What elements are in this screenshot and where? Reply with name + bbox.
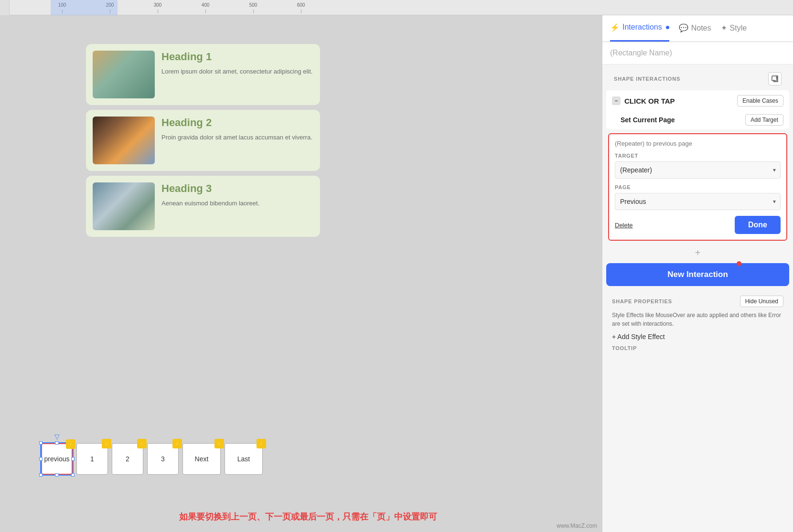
click-header-right: Enable Cases <box>737 95 783 106</box>
handle-tc[interactable] <box>55 441 59 445</box>
new-interaction-label: New Interaction <box>667 270 728 279</box>
handle-ml[interactable] <box>39 458 43 461</box>
export-button[interactable] <box>768 72 782 85</box>
page-btn-last-label: Last <box>237 455 250 463</box>
card-3[interactable]: Heading 3 Aenean euismod bibendum laoree… <box>86 176 320 237</box>
click-header: − CLICK OR TAP Enable Cases <box>606 90 789 111</box>
page-btn-3-label: 3 <box>161 455 165 463</box>
card-1[interactable]: Heading 1 Lorem ipsum dolor sit amet, co… <box>86 44 320 105</box>
right-panel: ⚡ Interactions 💬 Notes ✦ Style (Rectangl… <box>602 15 793 532</box>
card-text-1: Lorem ipsum dolor sit amet, consectetur … <box>161 67 312 76</box>
interaction-detail: (Repeater) to previous page TARGET (Repe… <box>608 133 787 241</box>
lightning-badge-3: ⚡ <box>172 439 182 448</box>
lightning-badge-last: ⚡ <box>257 439 266 448</box>
interactions-icon: ⚡ <box>610 23 620 32</box>
interaction-panel[interactable]: SHAPE INTERACTIONS − CLICK OR TAP <box>602 64 793 532</box>
page-btn-last[interactable]: ⚡ Last <box>225 443 263 475</box>
cards-container: Heading 1 Lorem ipsum dolor sit amet, co… <box>86 44 320 237</box>
page-btn-next[interactable]: ⚡ Next <box>182 443 221 475</box>
ruler-highlight <box>51 0 118 15</box>
set-current-page-row: Set Current Page Add Target <box>606 111 789 129</box>
card-heading-3: Heading 3 <box>161 182 259 195</box>
tab-notes[interactable]: 💬 Notes <box>679 15 711 42</box>
page-select-wrapper: Previous Next Last First ▾ <box>615 193 781 210</box>
page-btn-1-label: 1 <box>90 455 94 463</box>
watermark: www.MacZ.com <box>557 522 597 529</box>
handle-mr[interactable] <box>71 458 75 461</box>
page-btn-2[interactable]: ⚡ 2 <box>112 443 143 475</box>
caption: 如果要切换到上一页、下一页或最后一页，只需在「页」中设置即可 <box>24 511 592 522</box>
card-content-2: Heading 2 Proin gravida dolor sit amet l… <box>161 117 312 142</box>
shape-props-header: SHAPE PROPERTIES Hide Unused <box>612 296 783 307</box>
selection-arrow: ▽ <box>54 433 60 440</box>
page-btn-previous-label: previous <box>44 455 70 463</box>
set-current-page-label: Set Current Page <box>621 116 675 124</box>
interactions-dot <box>666 26 669 29</box>
ruler-tick-300: 300 <box>134 2 182 13</box>
lightning-badge-1: ⚡ <box>102 439 111 448</box>
rect-name: (Rectangle Name) <box>602 42 793 64</box>
card-text-2: Proin gravida dolor sit amet lacus accum… <box>161 133 312 142</box>
card-2[interactable]: Heading 2 Proin gravida dolor sit amet l… <box>86 110 320 171</box>
style-icon: ✦ <box>721 23 727 32</box>
card-content-3: Heading 3 Aenean euismod bibendum laoree… <box>161 182 259 208</box>
lightning-badge-2: ⚡ <box>137 439 147 448</box>
shape-properties: SHAPE PROPERTIES Hide Unused Style Effec… <box>606 292 789 355</box>
ruler-track: 100 200 300 400 500 600 <box>10 0 793 15</box>
interaction-summary: (Repeater) to previous page <box>615 140 781 147</box>
handle-bc[interactable] <box>55 473 59 477</box>
ruler-tick-400: 400 <box>182 2 229 13</box>
page-label: PAGE <box>615 184 781 190</box>
shape-interactions-header: SHAPE INTERACTIONS <box>606 67 789 90</box>
page-btn-previous[interactable]: ▽ ⚡ previous <box>41 443 73 475</box>
add-target-button[interactable]: Add Target <box>745 114 783 126</box>
tab-style-label: Style <box>730 24 747 32</box>
notes-icon: 💬 <box>679 23 688 32</box>
lightning-badge-next: ⚡ <box>214 439 224 448</box>
new-interaction-button[interactable]: New Interaction <box>606 263 789 286</box>
add-interaction-icon[interactable]: + <box>606 245 789 261</box>
shape-props-text: Style Effects like MouseOver are auto ap… <box>612 311 783 328</box>
main-area: Heading 1 Lorem ipsum dolor sit amet, co… <box>0 15 793 532</box>
card-content-1: Heading 1 Lorem ipsum dolor sit amet, co… <box>161 51 312 76</box>
collapse-button[interactable]: − <box>612 96 621 105</box>
page-select[interactable]: Previous Next Last First <box>615 193 781 210</box>
page-btn-next-label: Next <box>195 455 209 463</box>
target-select[interactable]: (Repeater) <box>615 161 781 179</box>
page-btn-1[interactable]: ⚡ 1 <box>76 443 108 475</box>
card-text-3: Aenean euismod bibendum laoreet. <box>161 199 259 208</box>
click-or-tap-label: CLICK OR TAP <box>624 97 675 105</box>
shape-interactions-label: SHAPE INTERACTIONS <box>614 76 680 82</box>
canvas-area[interactable]: Heading 1 Lorem ipsum dolor sit amet, co… <box>0 15 602 532</box>
ruler-ticks: 100 200 300 400 500 600 <box>10 0 793 15</box>
card-image-1 <box>93 51 155 98</box>
ruler-corner <box>0 0 10 15</box>
handle-tl[interactable] <box>39 441 43 445</box>
page-btn-3[interactable]: ⚡ 3 <box>147 443 179 475</box>
add-style-effect[interactable]: + Add Style Effect <box>612 333 783 340</box>
new-interaction-dot <box>737 261 741 266</box>
click-section: − CLICK OR TAP Enable Cases Set Current … <box>606 90 789 129</box>
handle-bl[interactable] <box>39 473 43 477</box>
card-image-2 <box>93 117 155 164</box>
pagination: ▽ ⚡ previous ⚡ 1 ⚡ 2 ⚡ 3 ⚡ Next <box>41 443 263 475</box>
svg-rect-0 <box>772 76 777 81</box>
card-heading-1: Heading 1 <box>161 51 312 63</box>
done-button[interactable]: Done <box>735 216 781 234</box>
target-select-wrapper: (Repeater) ▾ <box>615 161 781 179</box>
tab-style[interactable]: ✦ Style <box>721 15 747 42</box>
target-label: TARGET <box>615 153 781 159</box>
interaction-footer: Delete Done <box>615 216 781 234</box>
ruler-bar: 100 200 300 400 500 600 <box>0 0 793 15</box>
delete-link[interactable]: Delete <box>615 222 633 229</box>
tab-interactions-label: Interactions <box>622 23 662 32</box>
tooltip-label: Tooltip <box>612 345 783 351</box>
tab-interactions[interactable]: ⚡ Interactions <box>610 15 669 42</box>
handle-br[interactable] <box>71 473 75 477</box>
page-btn-2-label: 2 <box>126 455 129 463</box>
enable-cases-button[interactable]: Enable Cases <box>737 95 783 106</box>
click-header-left: − CLICK OR TAP <box>612 96 675 105</box>
hide-unused-button[interactable]: Hide Unused <box>740 296 783 307</box>
card-heading-2: Heading 2 <box>161 117 312 129</box>
tab-notes-label: Notes <box>691 24 711 32</box>
